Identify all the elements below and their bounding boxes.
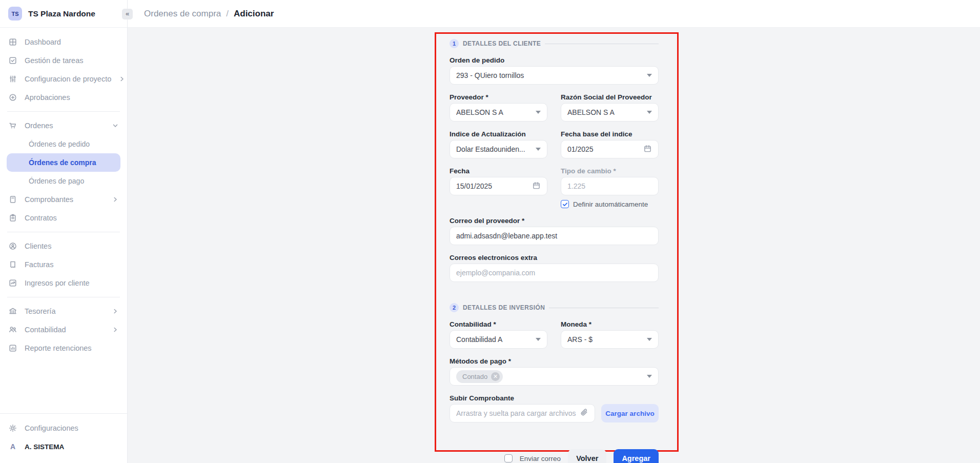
section-divider-line: [545, 44, 659, 44]
field-label: Moneda *: [561, 320, 659, 329]
orders-icon: [8, 121, 17, 130]
remove-tag-icon[interactable]: ✕: [491, 372, 500, 381]
sidebar-item-ordenes-de-pago[interactable]: Órdenes de pago: [0, 172, 127, 190]
section-title: DETALLES DEL CLIENTE: [463, 40, 541, 47]
sidebar-item-ordenes-de-compra[interactable]: Órdenes de compra: [7, 153, 120, 172]
sidebar-item-clientes[interactable]: Clientes: [0, 237, 127, 255]
sidebar-item-label: Dashboard: [25, 38, 61, 46]
enviar-correo-checkbox[interactable]: [504, 454, 513, 462]
chevron-down-icon: [536, 111, 541, 114]
date-value: 15/01/2025: [456, 182, 532, 190]
cargar-archivo-button[interactable]: Cargar archivo: [601, 404, 659, 422]
field-orden-de-pedido: Orden de pedido 293 - QUiero tornillos: [450, 56, 659, 85]
sidebar-item-label: Ingresos por cliente: [25, 279, 90, 287]
project-config-icon: [8, 74, 17, 84]
sidebar-item-label: Comprobantes: [25, 195, 73, 204]
sidebar-nav: Dashboard Gestión de tareas Configuracio…: [0, 28, 127, 413]
approvals-icon: [8, 93, 17, 102]
sidebar-item-aprobaciones[interactable]: Aprobaciones: [0, 88, 127, 107]
sidebar-item-label: Gestión de tareas: [25, 56, 83, 65]
sidebar-item-configuracion-de-proyecto[interactable]: Configuracion de proyecto: [0, 70, 127, 88]
sidebar-collapse-button[interactable]: «: [122, 9, 133, 19]
sidebar-item-label: Facturas: [25, 260, 53, 269]
calendar-icon: [643, 144, 652, 154]
razon-social-select[interactable]: ABELSON S A: [561, 103, 659, 122]
metodos-de-pago-multiselect[interactable]: Contado ✕: [450, 367, 659, 386]
treasury-icon: [8, 307, 17, 316]
correo-proveedor-input[interactable]: [450, 227, 659, 245]
indice-actualizacion-select[interactable]: Dolar Estadouniden...: [450, 140, 547, 158]
chevron-down-icon: [647, 111, 652, 114]
sidebar-item-configuraciones[interactable]: Configuraciones: [0, 419, 127, 437]
tag-contado: Contado ✕: [456, 370, 503, 383]
sidebar-item-comprobantes[interactable]: Comprobantes: [0, 190, 127, 209]
vouchers-icon: [8, 195, 17, 204]
field-label: Orden de pedido: [450, 56, 659, 65]
dropzone-placeholder: Arrastra y suelta para cargar archivos: [456, 409, 580, 417]
chevron-right-icon: [112, 308, 119, 315]
field-label: Subir Comprobante: [450, 394, 659, 402]
form-footer: Enviar correo Volver Agregar: [450, 449, 659, 463]
selected-value: ABELSON S A: [456, 108, 532, 116]
user-initial-icon: A: [8, 442, 17, 451]
sidebar-item-tesoreria[interactable]: Tesorería: [0, 302, 127, 320]
sidebar-item-dashboard[interactable]: Dashboard: [0, 33, 127, 51]
agregar-button[interactable]: Agregar: [614, 449, 659, 463]
field-fecha-base: Fecha base del indice 01/2025: [561, 130, 659, 158]
tipo-de-cambio-input[interactable]: [561, 177, 659, 195]
proveedor-select[interactable]: ABELSON S A: [450, 103, 547, 122]
sidebar-item-label: Contabilidad: [25, 326, 66, 334]
sidebar-item-contratos[interactable]: Contratos: [0, 209, 127, 227]
field-label: Razón Social del Proveedor: [561, 93, 659, 102]
field-tipo-de-cambio: Tipo de cambio * Definir automáticamente: [561, 167, 659, 208]
date-value: 01/2025: [567, 145, 643, 153]
selected-value: Dolar Estadouniden...: [456, 145, 532, 153]
field-subir-comprobante: Subir Comprobante Arrastra y suelta para…: [450, 394, 659, 422]
breadcrumb-parent[interactable]: Ordenes de compra: [144, 9, 221, 19]
sidebar-item-facturas[interactable]: Facturas: [0, 255, 127, 274]
sidebar-item-reporte-retenciones[interactable]: Reporte retenciones: [0, 339, 127, 357]
volver-button[interactable]: Volver: [568, 449, 606, 463]
section-title: DETALLES DE INVERSIÓN: [463, 304, 545, 311]
file-dropzone[interactable]: Arrastra y suelta para cargar archivos: [450, 404, 595, 422]
orden-de-pedido-select[interactable]: 293 - QUiero tornillos: [450, 66, 659, 85]
field-label: Tipo de cambio *: [561, 167, 659, 175]
sidebar-item-ordenes[interactable]: Ordenes: [0, 116, 127, 135]
content: 1 DETALLES DEL CLIENTE Orden de pedido 2…: [128, 28, 980, 463]
sidebar-item-label: Configuracion de proyecto: [25, 75, 111, 83]
checkbox-label: Definir automáticamente: [573, 200, 648, 208]
sidebar-item-gestion-de-tareas[interactable]: Gestión de tareas: [0, 51, 127, 70]
sidebar-item-label: Configuraciones: [25, 424, 78, 432]
income-icon: [8, 278, 17, 288]
sidebar-footer: Configuraciones A A. SISTEMA: [0, 413, 127, 463]
divider: [7, 297, 120, 297]
sidebar-item-ordenes-de-pedido[interactable]: Órdenes de pedido: [0, 135, 127, 153]
sidebar-item-label: Contratos: [25, 214, 57, 222]
sidebar-item-label: Órdenes de pago: [29, 177, 84, 185]
fecha-datepicker[interactable]: 15/01/2025: [450, 177, 547, 195]
section-divider-line: [549, 308, 659, 308]
correos-extra-input[interactable]: [450, 264, 659, 282]
annotation-highlight-box: 1 DETALLES DEL CLIENTE Orden de pedido 2…: [435, 32, 679, 452]
dashboard-icon: [8, 37, 17, 47]
chevron-down-icon: [647, 375, 652, 378]
chevron-right-icon: [112, 196, 119, 203]
field-label: Contabilidad *: [450, 320, 547, 329]
contracts-icon: [8, 213, 17, 223]
moneda-select[interactable]: ARS - $: [561, 330, 659, 349]
section-number-badge: 1: [450, 39, 459, 48]
sidebar-item-label: Órdenes de compra: [29, 158, 96, 167]
contabilidad-select[interactable]: Contabilidad A: [450, 330, 547, 349]
chevron-down-icon: [112, 122, 119, 129]
definir-automaticamente-checkbox[interactable]: [561, 200, 569, 208]
field-correo-proveedor: Correo del proveedor *: [450, 216, 659, 245]
field-label: Correo del proveedor *: [450, 216, 659, 225]
sidebar-item-user[interactable]: A A. SISTEMA: [0, 437, 127, 456]
sidebar-item-ingresos-por-cliente[interactable]: Ingresos por cliente: [0, 274, 127, 292]
paperclip-icon: [580, 408, 588, 418]
sidebar-item-contabilidad[interactable]: Contabilidad: [0, 320, 127, 339]
fecha-base-datepicker[interactable]: 01/2025: [561, 140, 659, 158]
field-label: Fecha: [450, 167, 547, 175]
workspace-name: TS Plaza Nardone: [28, 9, 95, 18]
field-moneda: Moneda * ARS - $: [561, 320, 659, 349]
